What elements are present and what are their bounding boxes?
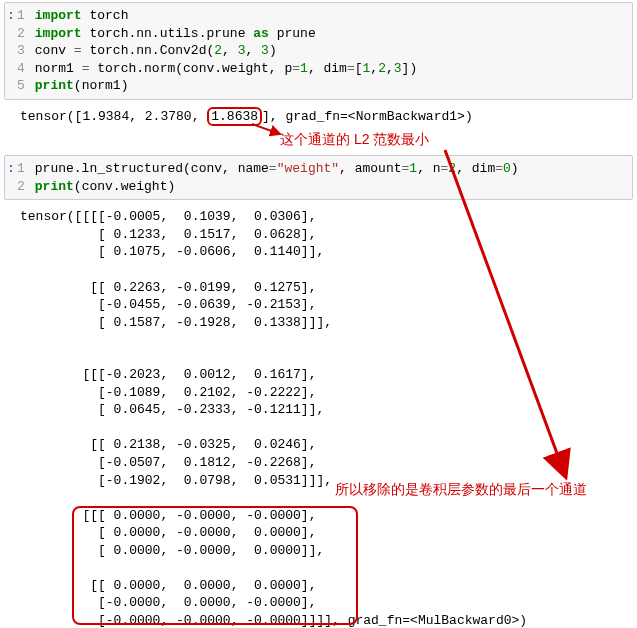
num: 3 [238, 43, 246, 58]
code-text: , [370, 61, 378, 76]
num: 3 [394, 61, 402, 76]
code-text: torch.norm(conv.weight, p [89, 61, 292, 76]
kw-import: import [35, 26, 82, 41]
code-cell-2: : 1 2 prune.ln_structured(conv, name="we… [4, 155, 633, 200]
eq: = [347, 61, 355, 76]
code-text: , [386, 61, 394, 76]
eq: = [495, 161, 503, 176]
num: 3 [261, 43, 269, 58]
output-2: tensor([[[[-0.0005, 0.1039, 0.0306], [ 0… [0, 208, 637, 628]
code-text: [ [355, 61, 363, 76]
num: 0 [503, 161, 511, 176]
eq: = [269, 161, 277, 176]
kw-as: as [253, 26, 269, 41]
code-text: torch [82, 8, 129, 23]
code-text: , [222, 43, 238, 58]
output-1: tensor([1.9384, 2.3780, 1.8638], grad_fn… [0, 108, 637, 134]
code-text: , n [417, 161, 440, 176]
gutter-1: 1 2 3 4 5 [15, 3, 31, 99]
output-min-norm: 1.8638 [207, 107, 262, 126]
num: 2 [214, 43, 222, 58]
eq: = [292, 61, 300, 76]
num: 1 [300, 61, 308, 76]
code-cell-1: : 1 2 3 4 5 import torch import torch.nn… [4, 2, 633, 100]
in-prompt-1: : [5, 3, 15, 99]
code-text: prune.ln_structured(conv, name [35, 161, 269, 176]
num: 2 [448, 161, 456, 176]
kw-print: print [35, 179, 74, 194]
kw-print: print [35, 78, 74, 93]
str: "weight" [277, 161, 339, 176]
code-text: torch.nn.utils.prune [82, 26, 254, 41]
code-text: ) [511, 161, 519, 176]
code-text: (norm1) [74, 78, 129, 93]
code-lines-1: import torch import torch.nn.utils.prune… [31, 3, 421, 99]
output-tensor-top: tensor([[[[-0.0005, 0.1039, 0.0306], [ 0… [20, 209, 332, 487]
code-text: ]) [402, 61, 418, 76]
code-text: norm1 [35, 61, 82, 76]
kw-import: import [35, 8, 82, 23]
code-text: (conv.weight) [74, 179, 175, 194]
gutter-2: 1 2 [15, 156, 31, 199]
code-lines-2: prune.ln_structured(conv, name="weight",… [31, 156, 523, 199]
code-text: torch.nn.Conv2d( [82, 43, 215, 58]
in-prompt-2: : [5, 156, 15, 199]
code-text: , dim [308, 61, 347, 76]
output-text: tensor([1.9384, 2.3780, [20, 109, 207, 124]
code-text: , amount [339, 161, 401, 176]
output-tensor-zero: [[[ 0.0000, -0.0000, -0.0000], [ 0.0000,… [20, 508, 332, 628]
eq: = [74, 43, 82, 58]
num: 2 [378, 61, 386, 76]
output-text: ], grad_fn=<NormBackward1>) [262, 109, 473, 124]
num: 1 [409, 161, 417, 176]
output-text: , grad_fn=<MulBackward0>) [332, 613, 527, 628]
code-text: , [246, 43, 262, 58]
code-text: conv [35, 43, 74, 58]
code-text: , dim [456, 161, 495, 176]
code-text: prune [269, 26, 316, 41]
code-text: ) [269, 43, 277, 58]
